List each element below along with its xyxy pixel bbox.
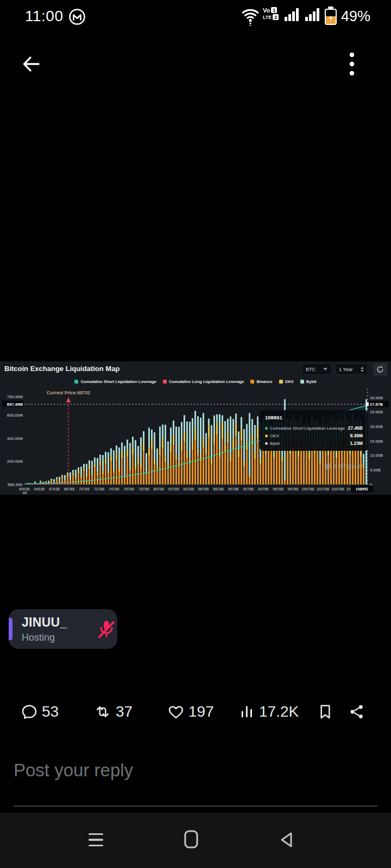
more-options-button[interactable] [346, 51, 358, 77]
back-button[interactable] [20, 53, 42, 75]
recents-icon [89, 833, 103, 847]
svg-text:68788: 68788 [64, 487, 75, 491]
series-dot [265, 442, 268, 445]
svg-text:76788: 76788 [124, 487, 135, 491]
svg-text:92788: 92788 [243, 487, 254, 491]
svg-text:70788: 70788 [79, 487, 90, 491]
repost-count: 37 [116, 703, 133, 720]
svg-text:400.00M: 400.00M [7, 436, 23, 441]
svg-text:82788: 82788 [168, 487, 179, 491]
svg-text:697.49M: 697.49M [7, 402, 23, 407]
svg-text:200.00M: 200.00M [7, 459, 23, 464]
home-button[interactable] [179, 828, 203, 852]
spaces-host-pill[interactable]: JINUU_ Hosting [9, 609, 117, 649]
clock: 11:00 [25, 8, 64, 25]
svg-text:74788: 74788 [109, 487, 119, 491]
repost-button[interactable]: 37 [93, 703, 133, 720]
svg-text:94788: 94788 [258, 487, 269, 491]
sim2-badge: 2 [273, 14, 279, 20]
nav-back-button[interactable] [275, 828, 299, 852]
signal-strength-sim2-icon [305, 7, 319, 21]
chart-scrollbar[interactable] [0, 492, 391, 495]
recents-button[interactable] [84, 828, 108, 852]
reply-icon [21, 703, 38, 720]
legend-item: Cumulative Long Liquidation Leverage [163, 379, 244, 384]
legend-swatch [250, 380, 254, 384]
reply-button[interactable]: 53 [21, 703, 59, 720]
volte-indicator: Vo1 LTE2 [263, 7, 279, 21]
svg-text:5.00B: 5.00B [370, 468, 381, 473]
svg-text:25.00B: 25.00B [370, 410, 383, 414]
symbol-select-value: BTC [306, 367, 316, 372]
sim1-badge: 1 [271, 7, 277, 13]
symbol-select[interactable]: BTC [302, 363, 331, 375]
svg-text:78788: 78788 [138, 487, 149, 491]
svg-text:100788: 100788 [301, 487, 314, 491]
range-select[interactable]: 1 Year [335, 363, 368, 375]
refresh-icon [376, 366, 384, 373]
svg-text:568.30K: 568.30K [8, 482, 23, 487]
svg-text:72788: 72788 [94, 487, 105, 491]
bookmark-button[interactable] [317, 703, 334, 720]
spaces-host-status: Hosting [22, 632, 55, 643]
svg-text:30.00B: 30.00B [370, 395, 383, 400]
tweet-action-bar: 53 37 197 17.2K [0, 703, 391, 730]
views-bars-icon [239, 703, 255, 720]
view-count: 17.2K [259, 703, 299, 720]
svg-text:80788: 80788 [154, 487, 165, 491]
svg-text:96788: 96788 [273, 487, 283, 491]
tooltip-price: 108951 [265, 414, 363, 420]
share-icon [348, 703, 365, 720]
battery-percent: 49% [341, 8, 370, 25]
svg-text:102788: 102788 [317, 487, 329, 491]
chart-legend: Cumulative Short Liquidation Leverage Cu… [0, 379, 391, 384]
signal-strength-sim1-icon [285, 7, 299, 21]
refresh-button[interactable] [373, 363, 387, 375]
series-dot [265, 435, 268, 437]
svg-text:600.00M: 600.00M [7, 413, 23, 418]
scrollbar-handle[interactable] [22, 492, 27, 494]
spinner-arrows-icon [361, 367, 364, 372]
like-button[interactable]: 197 [167, 703, 214, 720]
svg-text:104788: 104788 [331, 487, 344, 491]
reply-input[interactable] [14, 756, 318, 784]
svg-text:86788: 86788 [198, 487, 209, 491]
wifi-icon [241, 7, 260, 28]
svg-text:20.00B: 20.00B [370, 424, 383, 429]
spaces-accent-bar [9, 618, 12, 640]
svg-text:64038: 64038 [34, 487, 45, 491]
views-button[interactable]: 17.2K [239, 703, 299, 720]
svg-text:98788: 98788 [288, 487, 299, 491]
repost-icon [93, 703, 112, 720]
legend-swatch [74, 380, 78, 384]
chart-tooltip: 108951 Cumulative Short Liquidation Leve… [260, 410, 368, 451]
android-navigation-bar [0, 813, 391, 868]
spaces-host-name: JINUU_ [22, 615, 67, 630]
svg-text:90788: 90788 [228, 487, 239, 491]
svg-text:88788: 88788 [213, 487, 224, 491]
legend-item: Binance [250, 379, 272, 384]
legend-item: OKX [279, 379, 294, 384]
liquidation-map-chart-image[interactable]: Current Price:68702760.90M697.49M600.00M… [0, 361, 391, 495]
coinglass-watermark: coinglass [324, 462, 364, 470]
svg-text:10.00B: 10.00B [370, 453, 383, 458]
legend-swatch [163, 380, 167, 384]
chevron-down-icon [323, 368, 327, 371]
composer-divider [14, 806, 377, 807]
phone-screen: 11:00 Vo1 LTE2 + 49% [0, 0, 391, 868]
svg-text:27.67B: 27.67B [370, 402, 383, 407]
back-triangle-icon [278, 831, 295, 849]
legend-swatch [279, 380, 283, 384]
legend-swatch [300, 380, 304, 384]
svg-text:15.00B: 15.00B [370, 439, 383, 444]
battery-charging-icon: + [325, 7, 337, 25]
like-count: 197 [188, 703, 214, 720]
svg-text:Current Price:68702: Current Price:68702 [47, 390, 91, 395]
svg-text:760.90M: 760.90M [7, 394, 23, 399]
svg-text:60038: 60038 [19, 487, 30, 491]
series-dot [265, 427, 268, 430]
share-button[interactable] [348, 703, 365, 720]
legend-item: Bybit [300, 379, 317, 384]
coinmarketcap-notification-icon [67, 7, 87, 29]
svg-text:67038: 67038 [49, 487, 60, 491]
